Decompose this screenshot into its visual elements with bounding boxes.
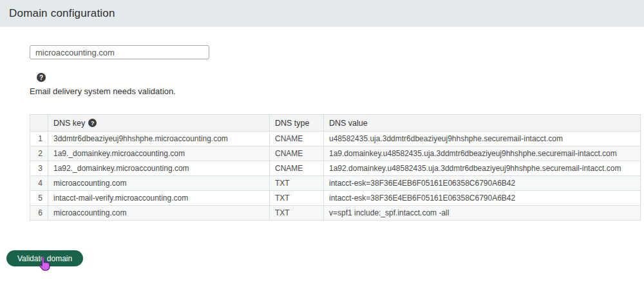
column-header-number [30,115,48,132]
row-number: 3 [30,161,48,176]
page-header: Domain configuration [0,0,644,27]
column-header-dns-value: DNS value [324,115,641,132]
dns-value-cell: 1a9.domainkey.u48582435.uja.3ddmtr6dbeaz… [324,146,641,161]
dns-type-cell: CNAME [270,132,324,146]
dns-records-table: DNS key ? DNS type DNS value 1 3ddmtr6db… [30,114,641,221]
row-number: 5 [30,191,48,206]
table-row: 2 1a9._domainkey.microaccounting.com CNA… [30,146,641,161]
domain-input[interactable] [30,45,209,59]
table-row: 4 microaccounting.com TXT intacct-esk=38… [30,176,641,191]
table-row: 6 microaccounting.com TXT v=spf1 include… [30,206,641,221]
dns-value-cell: u48582435.uja.3ddmtr6dbeaziyeuj9hhshphe.… [324,132,641,146]
dns-key-cell: 1a92._domainkey.microaccounting.com [48,161,270,176]
row-number: 2 [30,146,48,161]
table-row: 3 1a92._domainkey.microaccounting.com CN… [30,161,641,176]
dns-type-cell: TXT [270,191,324,206]
dns-key-cell: intacct-mail-verify.microaccounting.com [48,191,270,206]
help-icon[interactable]: ? [37,73,46,82]
dns-key-cell: microaccounting.com [48,176,270,191]
dns-key-cell: 3ddmtr6dbeaziyeuj9hhshphe.microaccountin… [48,132,270,146]
dns-key-label: DNS key [53,119,85,128]
validation-message: Email delivery system needs validation. [30,86,644,96]
table-header-row: DNS key ? DNS type DNS value [30,115,641,132]
validate-domain-button[interactable]: Validate domain [6,250,83,266]
dns-type-cell: TXT [270,206,324,221]
dns-value-cell: 1a92.domainkey.u48582435.uja.3ddmtr6dbea… [324,161,641,176]
column-header-dns-key: DNS key ? [48,115,270,132]
dns-type-cell: CNAME [270,161,324,176]
dns-key-help-icon[interactable]: ? [88,119,97,127]
dns-key-cell: microaccounting.com [48,206,270,221]
dns-key-cell: 1a9._domainkey.microaccounting.com [48,146,270,161]
page-title: Domain configuration [9,7,115,20]
dns-value-cell: v=spf1 include:_spf.intacct.com -all [324,206,641,221]
dns-value-cell: intacct-esk=38F36E4EB6F05161E06358C6790A… [324,191,641,206]
dns-table-header: DNS key ? DNS type DNS value [30,115,641,132]
column-header-dns-type: DNS type [270,115,324,132]
row-number: 1 [30,132,48,146]
table-row: 5 intacct-mail-verify.microaccounting.co… [30,191,641,206]
dns-type-cell: CNAME [270,146,324,161]
main-content: ? Email delivery system needs validation… [0,45,644,221]
row-number: 6 [30,206,48,221]
dns-value-cell: intacct-esk=38F36E4EB6F05161E06358C6790A… [324,176,641,191]
dns-type-cell: TXT [270,176,324,191]
row-number: 4 [30,176,48,191]
table-row: 1 3ddmtr6dbeaziyeuj9hhshphe.microaccount… [30,132,641,146]
